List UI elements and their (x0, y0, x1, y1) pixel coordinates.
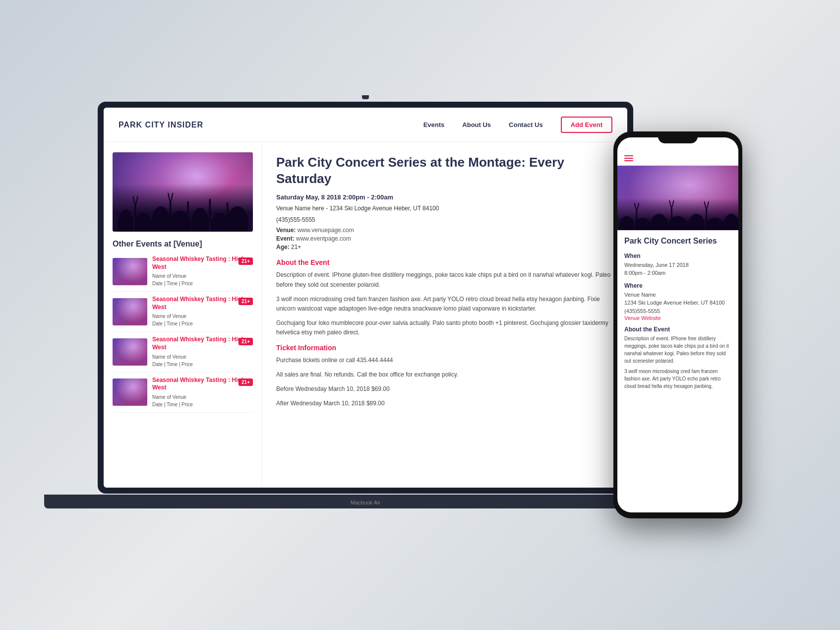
event-info: Seasonal Whiskey Tasting : High West Nam… (152, 336, 253, 368)
svg-rect-29 (706, 208, 707, 225)
svg-rect-10 (209, 198, 211, 223)
svg-point-0 (118, 209, 134, 232)
svg-point-16 (619, 216, 634, 230)
event-location-line1: Venue Name here - 1234 Ski Lodge Avenue … (276, 204, 613, 213)
site-nav: Events About Us Contact Us Add Event (423, 117, 612, 133)
phone-screen: Park City Concert Series When Wednesday,… (617, 137, 738, 512)
nav-about[interactable]: About Us (462, 121, 491, 128)
phone-when-date: Wednesday, June 17 2018 (624, 261, 731, 269)
event-card[interactable]: Seasonal Whiskey Tasting : High West Nam… (113, 296, 253, 332)
phone-device: Park City Concert Series When Wednesday,… (613, 131, 742, 518)
venue-link: Venue: www.venuepage.com (276, 227, 613, 234)
event-link: Event: www.eventpage.com (276, 235, 613, 242)
event-card[interactable]: Seasonal Whiskey Tasting : High West Nam… (113, 377, 253, 413)
event-card[interactable]: Seasonal Whiskey Tasting : High West Nam… (113, 336, 253, 372)
event-title: Seasonal Whiskey Tasting : High West (152, 377, 253, 392)
phone-venue-name: Venue Name (624, 291, 731, 299)
device-wrapper: PARK CITY INSIDER Events About Us Contac… (98, 92, 742, 538)
event-info: Seasonal Whiskey Tasting : High West Nam… (152, 377, 253, 408)
svg-line-13 (136, 197, 138, 203)
svg-point-21 (706, 218, 724, 230)
event-title: Seasonal Whiskey Tasting : High West (152, 296, 253, 311)
svg-line-14 (168, 193, 170, 200)
ticket-line2: All sales are final. No refunds. Call th… (276, 370, 613, 379)
svg-point-18 (650, 214, 669, 230)
about-p2: 3 wolf moon microdosing cred fam franzen… (276, 295, 613, 314)
svg-rect-7 (134, 203, 136, 222)
svg-line-28 (672, 201, 674, 206)
sidebar-hero-image (113, 152, 253, 232)
sidebar-section-title: Other Events at [Venue] (113, 240, 253, 249)
phone-venue-address: 1234 Ski Lodge Avenue Heber, UT 84100 (624, 299, 731, 307)
about-p1: Description of event. IPhone gluten-free… (276, 270, 613, 289)
phone-event-title: Park City Concert Series (624, 236, 731, 247)
main-content: Park City Concert Series at the Montage:… (262, 142, 627, 488)
event-badge: 21+ (239, 298, 253, 305)
svg-rect-8 (170, 200, 172, 222)
site-content: Other Events at [Venue] Seasonal Whiskey… (104, 142, 627, 488)
svg-rect-23 (636, 209, 638, 225)
sidebar: Other Events at [Venue] Seasonal Whiskey… (104, 142, 262, 488)
venue-url[interactable]: www.venuepage.com (298, 227, 354, 234)
age-value: 21+ (291, 244, 301, 251)
svg-line-31 (707, 202, 709, 207)
svg-point-4 (191, 207, 209, 232)
site-header: PARK CITY INSIDER Events About Us Contac… (104, 108, 627, 142)
laptop-base: Macbook Air (44, 495, 687, 508)
svg-line-12 (133, 197, 135, 203)
event-card[interactable]: Seasonal Whiskey Tasting : High West Nam… (113, 255, 253, 292)
event-label: Event: (276, 235, 295, 242)
event-thumb (113, 378, 147, 406)
event-age: Age: 21+ (276, 244, 613, 251)
hamburger-menu[interactable] (624, 155, 633, 161)
event-info: Seasonal Whiskey Tasting : High West Nam… (152, 255, 253, 287)
event-meta: Date | Time | Price (152, 320, 253, 327)
about-heading: About the Event (276, 258, 613, 266)
website: PARK CITY INSIDER Events About Us Contac… (104, 108, 627, 488)
site-logo: PARK CITY INSIDER (119, 121, 203, 129)
nav-events[interactable]: Events (423, 121, 445, 128)
laptop-label: Macbook Air (351, 500, 381, 505)
event-venue: Name of Venue (152, 393, 253, 401)
event-title: Seasonal Whiskey Tasting : High West (152, 336, 253, 351)
nav-contact[interactable]: Contact Us (509, 121, 543, 128)
phone-body: Park City Concert Series When Wednesday,… (617, 230, 738, 396)
event-meta: Date | Time | Price (152, 280, 253, 287)
svg-point-20 (688, 214, 705, 230)
svg-point-2 (151, 206, 171, 232)
svg-point-19 (667, 216, 688, 230)
event-badge: 21+ (239, 338, 253, 345)
event-meta: Date | Time | Price (152, 401, 253, 408)
laptop-screen: PARK CITY INSIDER Events About Us Contac… (104, 108, 627, 488)
svg-point-22 (723, 214, 738, 230)
add-event-button[interactable]: Add Event (561, 117, 612, 133)
event-badge: 21+ (239, 257, 253, 265)
event-page-title: Park City Concert Series at the Montage:… (276, 154, 613, 187)
svg-line-15 (172, 193, 173, 200)
phone-venue-phone: (435)555-5555 (624, 307, 731, 315)
laptop-device: PARK CITY INSIDER Events About Us Contac… (98, 102, 633, 508)
laptop-camera (362, 95, 369, 99)
phone-about-p2: 3 wolf moon microdosing cred fam franzen… (624, 368, 731, 390)
phone-venue-website[interactable]: Venue Website (624, 315, 731, 321)
phone-where-label: Where (624, 282, 731, 289)
svg-line-30 (704, 202, 706, 207)
phone-content: Park City Concert Series When Wednesday,… (617, 137, 738, 512)
event-location-phone: (435)555-5555 (276, 215, 613, 225)
event-url[interactable]: www.eventpage.com (296, 235, 351, 242)
age-label: Age: (276, 244, 290, 251)
svg-rect-26 (671, 206, 672, 224)
event-meta: Date | Time | Price (152, 361, 253, 368)
phone-about-p1: Description of event. IPhone free distil… (624, 335, 731, 365)
phone-about-label: About the Event (624, 326, 731, 333)
phone-notch (658, 131, 698, 143)
ticket-heading: Ticket Information (276, 344, 613, 352)
laptop-body: PARK CITY INSIDER Events About Us Contac… (98, 102, 633, 494)
price-before: Before Wednesday March 10, 2018 $69.00 (276, 384, 613, 394)
event-page-date: Saturday May, 8 2018 2:00pm - 2:00am (276, 193, 613, 201)
phone-when-label: When (624, 252, 731, 259)
phone-when-time: 8:00pm - 2:00am (624, 269, 731, 277)
event-badge: 21+ (239, 378, 253, 386)
price-after: After Wednesday March 10, 2018 $89.00 (276, 399, 613, 408)
event-title: Seasonal Whiskey Tasting : High West (152, 255, 253, 271)
